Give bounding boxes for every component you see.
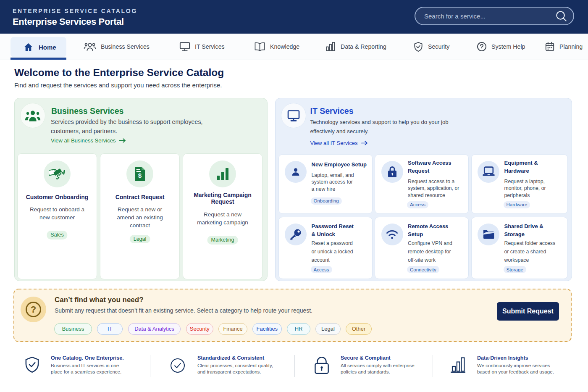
svg-text:$: $ (138, 172, 142, 179)
